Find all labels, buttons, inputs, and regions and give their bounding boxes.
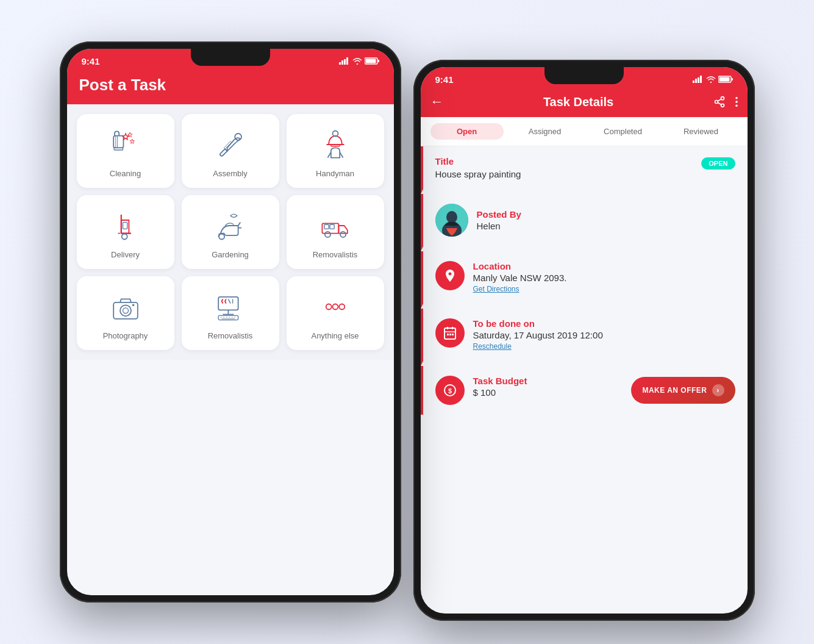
budget-left: $ Task Budget $ 100 — [435, 376, 527, 405]
signal-icon-1 — [339, 57, 350, 65]
schedule-info: To be done on Saturday, 17 August 2019 1… — [473, 318, 603, 351]
removalistis-label: Removalistis — [313, 250, 358, 259]
svg-rect-66 — [449, 334, 451, 335]
back-button[interactable]: ← — [430, 94, 444, 110]
svg-point-56 — [735, 101, 738, 103]
category-cleaning[interactable]: Cleaning — [77, 114, 174, 188]
svg-rect-49 — [719, 77, 729, 82]
budget-value: $ 100 — [473, 387, 527, 398]
svg-point-41 — [332, 304, 338, 310]
schedule-value: Saturday, 17 August 2019 12:00 — [473, 330, 603, 340]
task-header: ← Task Details — [421, 89, 748, 117]
svg-rect-2 — [344, 59, 346, 65]
tabs-bar: Open Assigned Completed Reviewed — [421, 117, 748, 146]
svg-point-11 — [235, 134, 241, 140]
tab-open[interactable]: Open — [430, 123, 504, 140]
task-header-icons — [713, 96, 738, 108]
svg-rect-46 — [700, 76, 702, 83]
svg-rect-0 — [339, 62, 341, 65]
more-options-icon[interactable] — [735, 96, 738, 107]
category-handyman[interactable]: Handyman — [287, 114, 384, 188]
svg-point-40 — [326, 304, 331, 310]
delivery-icon — [107, 207, 144, 244]
make-offer-button[interactable]: MAKE AN OFFER › — [631, 377, 735, 404]
svg-point-27 — [123, 308, 128, 313]
anything-label: Anything else — [311, 331, 359, 340]
category-photography[interactable]: Photography — [77, 276, 174, 350]
removalistis-icon — [317, 207, 354, 244]
share-icon[interactable] — [713, 96, 726, 108]
delivery-label: Delivery — [111, 250, 140, 259]
category-assembly[interactable]: Assembly — [182, 114, 279, 188]
title-info: Title House spray painting — [435, 156, 521, 179]
coins-svg: $ — [443, 383, 457, 398]
status-icons-2 — [693, 76, 733, 83]
svg-rect-5 — [377, 60, 379, 62]
calendar-icon — [435, 318, 465, 348]
schedule-section: To be done on Saturday, 17 August 2019 1… — [421, 309, 748, 366]
get-directions-link[interactable]: Get Directions — [473, 285, 519, 293]
svg-point-59 — [446, 211, 457, 223]
location-section: Location Manly Vale NSW 2093. Get Direct… — [421, 251, 748, 309]
cleaning-icon — [107, 126, 144, 163]
category-gardening[interactable]: Gardening — [182, 195, 279, 269]
avatar-image — [435, 204, 468, 237]
category-removalistis-2[interactable]: Removalistis — [182, 276, 279, 350]
poster-name: Helen — [477, 221, 521, 231]
cleaning-label: Cleaning — [110, 169, 141, 178]
svg-rect-67 — [452, 334, 454, 335]
budget-icon: $ — [435, 376, 465, 405]
svg-rect-24 — [330, 224, 334, 229]
budget-info: Task Budget $ 100 — [473, 376, 527, 398]
assembly-label: Assembly — [213, 169, 247, 178]
svg-text:$: $ — [448, 387, 451, 395]
photography-label: Photography — [103, 331, 148, 340]
svg-rect-6 — [365, 59, 376, 63]
schedule-label: To be done on — [473, 318, 603, 329]
battery-icon-1 — [365, 57, 379, 65]
handyman-icon — [317, 126, 354, 163]
handyman-label: Handyman — [316, 169, 354, 178]
svg-rect-18 — [123, 223, 127, 229]
title-section: Title House spray painting OPEN — [421, 146, 748, 194]
wifi-icon-2 — [706, 76, 716, 83]
notch-2 — [544, 67, 624, 84]
category-delivery[interactable]: Delivery — [77, 195, 174, 269]
svg-point-52 — [721, 104, 724, 107]
battery-icon-2 — [718, 76, 733, 83]
tab-reviewed[interactable]: Reviewed — [665, 123, 738, 140]
svg-rect-7 — [113, 136, 123, 148]
svg-line-54 — [718, 99, 721, 101]
tab-assigned[interactable]: Assigned — [509, 123, 582, 140]
category-anything[interactable]: Anything else — [287, 276, 384, 350]
category-removalistis[interactable]: Removalistis — [287, 195, 384, 269]
tab-completed[interactable]: Completed — [587, 123, 660, 140]
gardening-icon — [212, 207, 249, 244]
reschedule-link[interactable]: Reschedule — [473, 342, 512, 351]
removalistis-2-label: Removalistis — [208, 331, 253, 340]
chevron-right-icon: › — [712, 384, 724, 396]
title-value: House spray painting — [435, 169, 521, 179]
svg-point-22 — [340, 232, 346, 237]
wifi-icon-1 — [352, 57, 362, 65]
svg-rect-8 — [114, 148, 123, 150]
location-info: Location Manly Vale NSW 2093. Get Direct… — [473, 261, 567, 294]
time-2: 9:41 — [435, 74, 454, 85]
svg-rect-32 — [218, 315, 238, 320]
posted-by-label: Posted By — [477, 209, 521, 220]
photography-icon — [107, 288, 144, 325]
svg-point-51 — [715, 101, 718, 104]
poster-info: Posted By Helen — [477, 209, 521, 231]
phone-2-screen: 9:41 — [421, 67, 748, 614]
svg-line-53 — [718, 102, 721, 104]
phones-container: 9:41 — [41, 23, 773, 621]
gardening-label: Gardening — [212, 250, 249, 259]
location-icon — [435, 261, 465, 290]
svg-rect-13 — [330, 145, 339, 146]
svg-rect-1 — [341, 60, 343, 65]
svg-rect-48 — [731, 78, 733, 80]
svg-point-17 — [121, 234, 127, 240]
svg-rect-23 — [324, 224, 329, 229]
svg-rect-3 — [346, 57, 348, 65]
phone-1-screen: 9:41 — [67, 49, 394, 595]
